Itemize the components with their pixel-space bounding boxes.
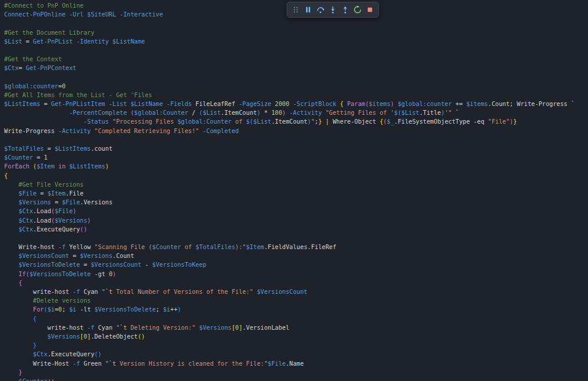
code-line: $Ctx.ExecuteQuery() [4,225,588,234]
step-out-button[interactable] [340,4,351,16]
pause-button[interactable] [303,4,314,16]
code-line: { [4,279,588,287]
restart-button[interactable] [352,4,363,16]
code-line: For($i=0; $i -lt $VersionsToDelete; $i++… [4,305,588,314]
debug-toolbar [287,2,379,18]
code-line: { [4,171,588,180]
code-line: #Get the Document Library [4,28,588,37]
code-line: -PercentComplete ($global:Counter / ($Li… [4,108,588,117]
code-line: $Ctx.Load($Versions) [4,216,588,225]
code-line: $Ctx.Load($File) [4,207,588,216]
code-line: Write-Host -f Green "`t Version History … [4,359,588,368]
code-line: } [4,368,588,377]
code-line [4,46,588,55]
code-line: Write-Progress -Activity "Completed Retr… [4,127,588,135]
code-line: #Get the Context [4,55,588,64]
code-line: $Versions = $File.Versions [4,198,588,207]
code-line: ForEach ($Item in $ListItems) [4,162,588,171]
code-line: } [4,341,588,350]
code-line: -Status "Processing Files $global:Counte… [4,117,588,126]
code-line: $Counter = 1 [4,153,588,162]
code-line: $TotalFiles = $ListItems.count [4,144,588,153]
code-editor[interactable]: #Connect to PnP OnlineConnect-PnPOnline … [0,0,588,381]
code-line [4,73,588,82]
code-line: write-host -f Cyan "`t Deleting Version:… [4,323,588,332]
code-line: $global:counter=0 [4,82,588,91]
step-into-button[interactable] [327,4,338,16]
code-line: { [4,314,588,323]
code-line: $VersionsToDelete = $VersionsCount - $Ve… [4,260,588,269]
code-line: Write-host -f Yellow "Scanning File ($Co… [4,243,588,251]
code-line: If($VersionsToDelete -gt 0) [4,270,588,279]
code-line [4,234,588,243]
code-line: $VersionsCount = $Versions.Count [4,251,588,260]
code-line: #Get All Items from the List - Get 'File… [4,91,588,100]
code-line: $List = Get-PnPList -Identity $ListName [4,37,588,46]
code-line: $Ctx.ExecuteQuery() [4,350,588,359]
code-line: $ListItems = Get-PnPListItem -List $List… [4,100,588,108]
code-line [4,19,588,28]
code-line: $Versions[0].DeleteObject() [4,332,588,341]
code-line: write-host -f Cyan "`t Total Number of V… [4,287,588,296]
powershell-editor-screen: { "editor": { "background": "#1e222a", "… [0,0,588,381]
code-line: $Ctx= Get-PnPContext [4,64,588,72]
drag-handle-icon[interactable] [290,4,301,16]
code-line [4,135,588,144]
code-line: $Counter++ [4,377,588,381]
step-over-button[interactable] [315,4,326,16]
stop-button[interactable] [364,4,376,16]
code-line: $File = $Item.File [4,189,588,198]
code-line: #Delete versions [4,296,588,305]
code-line: #Get File Versions [4,180,588,189]
